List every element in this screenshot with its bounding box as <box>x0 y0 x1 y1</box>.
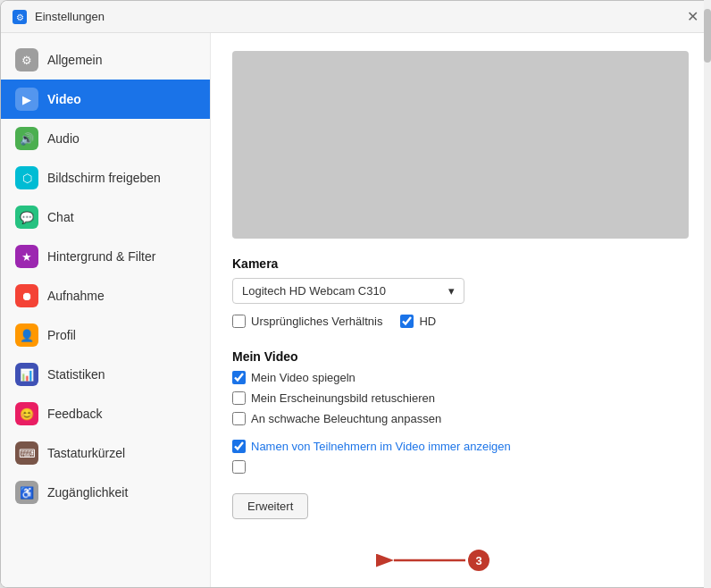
tastaturkuerzel-icon: ⌨ <box>15 441 38 465</box>
close-button[interactable]: ✕ <box>685 10 699 24</box>
sidebar-item-label-bildschirm: Bildschirm freigeben <box>47 171 161 185</box>
sidebar-item-bildschirm[interactable]: ⬡Bildschirm freigeben <box>1 158 210 197</box>
sidebar-item-label-profil: Profil <box>47 328 76 342</box>
sidebar-item-label-video: Video <box>47 92 81 106</box>
sidebar-item-audio[interactable]: 🔊Audio <box>1 119 210 158</box>
sidebar-item-label-zugaenglichkeit: Zugänglichkeit <box>47 485 128 500</box>
retuschieren-label: Mein Erscheinungsbild retuschieren <box>251 391 435 405</box>
aufnahme-icon: ⏺ <box>15 284 38 307</box>
sidebar-item-statistiken[interactable]: 📊Statistiken <box>1 355 210 394</box>
svg-text:3: 3 <box>475 554 481 567</box>
settings-window: ⚙ Einstellungen ✕ ⚙Allgemein▶Video🔊Audio… <box>0 0 711 588</box>
spiegeln-row: Mein Video spiegeln <box>232 371 689 384</box>
extra-checkbox[interactable] <box>232 460 246 474</box>
sidebar-item-profil[interactable]: 👤Profil <box>1 315 210 355</box>
scrollbar-thumb[interactable] <box>704 33 710 63</box>
zugaenglichkeit-icon: ♿ <box>15 481 38 504</box>
sidebar-item-video[interactable]: ▶Video <box>1 80 210 119</box>
ursprunglich-label: Ursprüngliches Verhältnis <box>251 315 382 328</box>
feedback-icon: 😊 <box>15 402 38 425</box>
video-preview <box>232 51 689 239</box>
beleuchtung-row: An schwache Beleuchtung anpassen <box>232 412 689 425</box>
beleuchtung-checkbox[interactable] <box>232 412 246 425</box>
main-content: Kamera Logitech HD Webcam C310 ▾ Ursprün… <box>211 33 710 587</box>
sidebar-item-allgemein[interactable]: ⚙Allgemein <box>1 40 210 80</box>
title-bar-left: ⚙ Einstellungen <box>12 9 105 25</box>
sidebar-item-label-chat: Chat <box>47 210 74 224</box>
content-area: ⚙Allgemein▶Video🔊Audio⬡Bildschirm freige… <box>1 33 710 587</box>
sidebar-item-aufnahme[interactable]: ⏺Aufnahme <box>1 276 210 315</box>
ursprunglich-checkbox[interactable] <box>232 315 246 328</box>
sidebar-item-tastaturkuerzel[interactable]: ⌨Tastaturkürzel <box>1 433 210 473</box>
camera-label: Kamera <box>232 256 689 271</box>
retuschieren-row: Mein Erscheinungsbild retuschieren <box>232 391 689 405</box>
video-icon: ▶ <box>15 88 38 111</box>
sidebar-item-label-hintergrund: Hintergrund & Filter <box>47 249 155 264</box>
sidebar-item-label-statistiken: Statistiken <box>47 367 105 382</box>
svg-point-12 <box>468 550 489 571</box>
sidebar-item-label-aufnahme: Aufnahme <box>47 289 105 303</box>
spiegeln-checkbox[interactable] <box>232 371 246 384</box>
sidebar-item-hintergrund[interactable]: ★Hintergrund & Filter <box>1 237 210 276</box>
allgemein-icon: ⚙ <box>15 48 38 71</box>
dropdown-chevron-icon: ▾ <box>448 284 455 298</box>
arrow-3: 3 <box>349 542 528 587</box>
title-bar: ⚙ Einstellungen ✕ <box>1 1 710 33</box>
sidebar-item-zugaenglichkeit[interactable]: ♿Zugänglichkeit <box>1 473 210 512</box>
window-icon: ⚙ <box>12 9 28 25</box>
sidebar-item-feedback[interactable]: 😊Feedback <box>1 394 210 433</box>
hintergrund-icon: ★ <box>15 245 38 268</box>
scrollbar-track[interactable] <box>704 33 710 587</box>
ursprunglich-row: Ursprüngliches Verhältnis <box>232 315 382 328</box>
window-title: Einstellungen <box>35 10 105 23</box>
bildschirm-icon: ⬡ <box>15 166 38 189</box>
sidebar-item-label-audio: Audio <box>47 131 79 146</box>
chat-icon: 💬 <box>15 206 38 229</box>
extra-checkbox-row <box>232 460 689 474</box>
mein-video-label: Mein Video <box>232 349 689 364</box>
camera-dropdown[interactable]: Logitech HD Webcam C310 ▾ <box>232 278 464 304</box>
svg-text:⚙: ⚙ <box>16 13 24 22</box>
hd-label: HD <box>419 315 436 328</box>
namen-checkbox[interactable] <box>232 440 246 453</box>
erweitert-button[interactable]: Erweitert <box>232 493 308 519</box>
sidebar: ⚙Allgemein▶Video🔊Audio⬡Bildschirm freige… <box>1 33 211 587</box>
camera-options-group: Ursprüngliches Verhältnis HD <box>232 315 689 335</box>
audio-icon: 🔊 <box>15 127 38 150</box>
sidebar-item-label-allgemein: Allgemein <box>47 53 102 67</box>
hd-row: HD <box>400 315 436 328</box>
namen-label: Namen von Teilnehmern im Video immer anz… <box>251 440 511 453</box>
sidebar-item-chat[interactable]: 💬Chat <box>1 197 210 237</box>
profil-icon: 👤 <box>15 323 38 347</box>
retuschieren-checkbox[interactable] <box>232 391 246 405</box>
camera-value: Logitech HD Webcam C310 <box>242 284 386 298</box>
sidebar-item-label-tastaturkuerzel: Tastaturkürzel <box>47 446 125 460</box>
beleuchtung-label: An schwache Beleuchtung anpassen <box>251 412 441 425</box>
namen-row: Namen von Teilnehmern im Video immer anz… <box>232 440 689 453</box>
hd-checkbox[interactable] <box>400 315 414 328</box>
statistiken-icon: 📊 <box>15 363 38 386</box>
spiegeln-label: Mein Video spiegeln <box>251 371 356 384</box>
sidebar-item-label-feedback: Feedback <box>47 407 102 421</box>
